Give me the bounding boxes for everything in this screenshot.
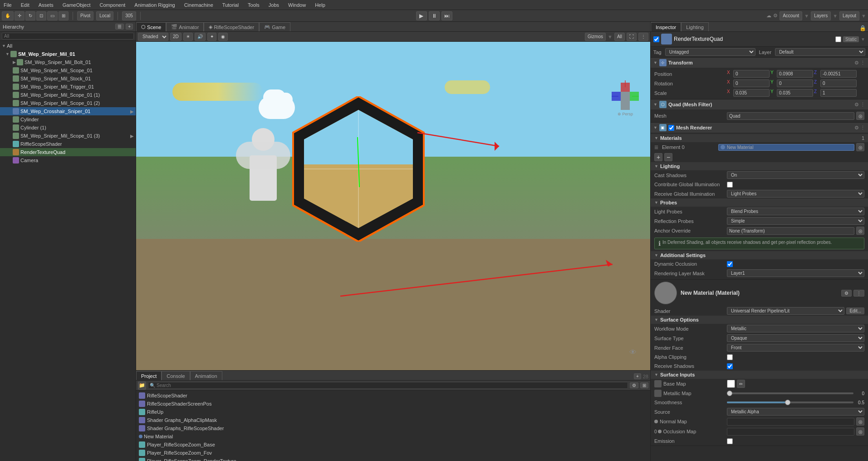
normal-map-field[interactable] — [727, 418, 854, 426]
hierarchy-menu-btn[interactable]: ☰ — [115, 24, 124, 30]
render-face-select[interactable]: Front — [727, 344, 864, 352]
receive-shadows-checkbox[interactable] — [727, 363, 733, 369]
light-probes-select[interactable]: Blend Probes — [727, 208, 864, 215]
mat-remove-btn[interactable]: − — [664, 153, 672, 161]
tab-console[interactable]: Console — [162, 371, 190, 380]
pos-z[interactable] — [820, 70, 857, 78]
all-layers-button[interactable]: All — [614, 33, 625, 41]
mat-select-btn[interactable]: ◎ — [856, 143, 864, 151]
mesh-value[interactable] — [727, 112, 854, 120]
tab-riflescope[interactable]: ◈ RifleScopeShader — [204, 22, 259, 31]
menu-jobs[interactable]: Jobs — [267, 2, 281, 8]
menu-gameobject[interactable]: GameObject — [61, 2, 93, 8]
hier-item-riflescope[interactable]: RiffleScopeShader — [0, 140, 136, 148]
project-search[interactable] — [148, 382, 628, 389]
layout-button[interactable]: Layout — [839, 11, 859, 20]
global-illum-checkbox[interactable] — [727, 182, 733, 188]
scene-menu-button[interactable]: ⋮ — [638, 33, 648, 41]
gizmo-cube[interactable]: ⊕ Persp — [609, 78, 641, 110]
dynamic-occlusion-checkbox[interactable] — [727, 261, 733, 267]
source-select[interactable]: Metallic Alpha — [727, 408, 864, 416]
alpha-clip-checkbox[interactable] — [727, 354, 733, 360]
hier-item-cylinder1[interactable]: Cylinder (1) — [0, 124, 136, 132]
static-checkbox[interactable] — [835, 36, 841, 42]
menu-anim-rigging[interactable]: Animation Rigging — [132, 2, 177, 8]
scale-z[interactable] — [820, 89, 857, 97]
file-riflescope-shader[interactable]: RifleScopeShader — [137, 392, 649, 400]
hierarchy-add-btn[interactable]: + — [126, 24, 133, 30]
metallic-slider-thumb[interactable] — [727, 391, 732, 396]
mr-settings-icon[interactable]: ⚙ — [854, 125, 859, 131]
hier-item-camera[interactable]: Camera — [0, 156, 136, 164]
tool-hand[interactable]: ✋ — [2, 11, 14, 20]
project-folder-btn[interactable]: 📁 — [138, 382, 146, 390]
reflection-probes-select[interactable]: Simple — [727, 217, 864, 225]
transform-more-icon[interactable]: ⋮ — [860, 60, 865, 66]
shader-edit-btn[interactable]: Edit... — [846, 307, 864, 314]
menu-component[interactable]: Component — [98, 2, 127, 8]
menu-file[interactable]: File — [2, 2, 14, 8]
occlusion-map-select-btn[interactable]: ◎ — [856, 427, 864, 436]
hier-item-5[interactable]: SM_Wep_Sniper_Mil_Scope_01 (1) — [0, 91, 136, 99]
step-button[interactable]: ⏭ — [441, 11, 452, 20]
menu-cinemachine[interactable]: Cinemachine — [182, 2, 215, 8]
metallic-slider-track[interactable] — [727, 392, 853, 394]
hier-item-4[interactable]: SM_Wep_Sniper_Mil_Trigger_01 — [0, 83, 136, 91]
material-more-btn[interactable]: ⋮ — [853, 290, 864, 297]
account-button[interactable]: Account — [780, 11, 802, 20]
tab-inspector[interactable]: Inspector — [651, 22, 681, 31]
tab-project[interactable]: Project — [136, 371, 162, 380]
lighting-section-header[interactable]: ▼ Lighting — [651, 162, 868, 170]
hier-item-all[interactable]: ▼ All — [0, 42, 136, 50]
file-screenpos[interactable]: RifleScopeShaderScreenPos — [137, 400, 649, 408]
emission-checkbox[interactable] — [727, 438, 733, 444]
transform-settings-icon[interactable]: ⚙ — [854, 60, 859, 66]
mr-more-icon[interactable]: ⋮ — [860, 125, 865, 131]
tool-rect[interactable]: ▭ — [47, 11, 58, 20]
smoothness-slider-thumb[interactable] — [785, 400, 790, 405]
file-zoom-base[interactable]: Player_RifleScopeZoom_Base — [137, 441, 649, 449]
inspector-lock-btn[interactable]: 🔒 — [859, 25, 866, 31]
fx-toggle[interactable]: ✦ — [207, 33, 216, 41]
tab-animator[interactable]: 🎬 Animator — [166, 22, 204, 31]
rendering-layer-select[interactable]: Layer1 — [727, 269, 864, 277]
mat-add-btn[interactable]: + — [654, 153, 662, 161]
rot-y[interactable] — [777, 79, 813, 87]
shading-mode-select[interactable]: Shaded — [138, 33, 168, 41]
surface-options-header[interactable]: ▼ Surface Options — [651, 316, 868, 324]
tab-animation[interactable]: Animation — [190, 371, 222, 380]
2d-toggle[interactable]: 2D — [170, 33, 181, 41]
gizmos-button[interactable]: Gizmos — [585, 33, 606, 41]
hier-item-cylinder[interactable]: Cylinder — [0, 115, 136, 124]
tab-lighting[interactable]: Lighting — [681, 22, 709, 31]
file-rifleup[interactable]: RifleUp — [137, 408, 649, 416]
hier-item-6[interactable]: SM_Wep_Sniper_Mil_Scope_01 (2) — [0, 99, 136, 107]
meshrenderer-enable[interactable] — [668, 125, 674, 131]
project-settings-btn[interactable]: ⚙ — [630, 382, 638, 388]
project-add-btn[interactable]: + — [634, 373, 641, 379]
file-riflescope-sg[interactable]: Shader Graphs_RifleScopeShader — [137, 424, 649, 432]
rot-z[interactable] — [820, 79, 857, 87]
pos-y[interactable] — [777, 70, 813, 78]
audio-toggle[interactable]: 🔊 — [195, 33, 206, 41]
play-button[interactable]: ▶ — [416, 11, 427, 20]
shader-select[interactable]: Universal Render Pipeline/Lit — [727, 307, 844, 315]
mesh-select-btn[interactable]: ◎ — [856, 112, 864, 120]
scale-y[interactable] — [777, 89, 813, 97]
object-active-checkbox[interactable] — [653, 36, 659, 42]
project-view-btn[interactable]: ⊞ — [640, 382, 648, 388]
surface-type-select[interactable]: Opaque — [727, 334, 864, 342]
tool-multi[interactable]: ⊞ — [59, 11, 69, 20]
lighting-toggle[interactable]: ☀ — [183, 33, 193, 41]
layer-select[interactable]: Default — [775, 48, 865, 56]
occlusion-map-field[interactable] — [727, 428, 854, 436]
menu-assets[interactable]: Assets — [37, 2, 55, 8]
anchor-select-btn[interactable]: ◎ — [856, 227, 864, 235]
menu-help[interactable]: Help — [313, 2, 327, 8]
mf-more-icon[interactable]: ⋮ — [860, 102, 865, 108]
hier-item-scope3[interactable]: SM_Wep_Sniper_Mil_Scope_01 (3) ▶ — [0, 132, 136, 140]
maximize-button[interactable]: ⛶ — [627, 33, 637, 41]
materials-section-header[interactable]: ▼ Materials 1 — [651, 134, 868, 142]
cast-shadows-select[interactable]: On — [727, 171, 864, 179]
additional-section-header[interactable]: ▼ Additional Settings — [651, 251, 868, 259]
